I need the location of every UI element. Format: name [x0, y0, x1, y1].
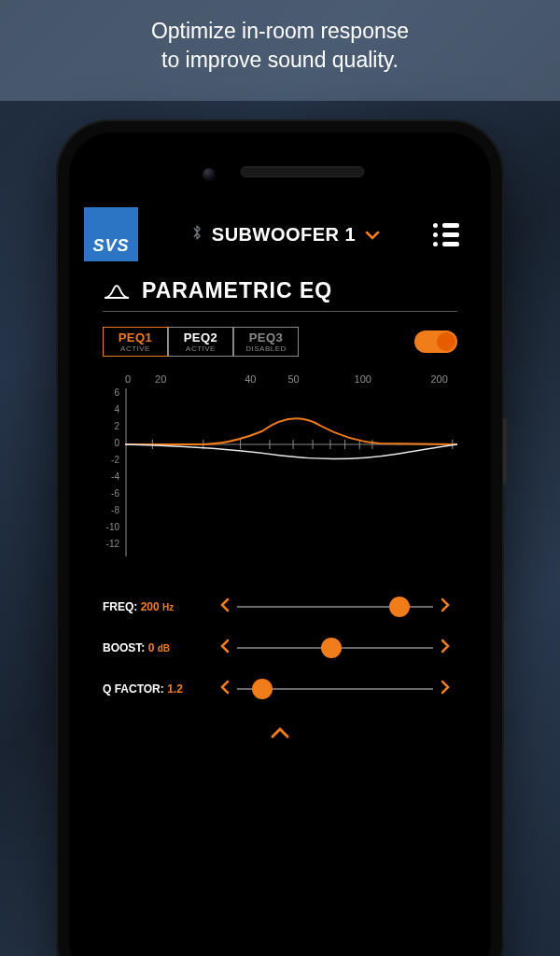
- boost-slider-thumb[interactable]: [321, 638, 342, 658]
- peq-tab-state: DISABLED: [244, 345, 288, 353]
- toggle-knob: [437, 332, 455, 351]
- qfactor-label: Q FACTOR: 1.2: [103, 682, 213, 696]
- peq-tab-3[interactable]: PEQ3 DISABLED: [233, 327, 299, 357]
- chevron-down-icon: [365, 225, 380, 245]
- qfactor-slider[interactable]: [237, 688, 433, 690]
- boost-slider[interactable]: [237, 647, 433, 649]
- x-tick: 20: [155, 373, 245, 385]
- freq-label: FREQ: 200 Hz: [103, 600, 213, 613]
- qfactor-increase-button[interactable]: [433, 680, 457, 698]
- phone-speaker-grille: [241, 166, 364, 177]
- qfactor-label-text: Q FACTOR:: [103, 682, 164, 696]
- x-tick: 0: [125, 373, 155, 385]
- app-screen: SVS SUBWOOFER 1: [84, 207, 476, 956]
- section-title: PARAMETRIC EQ: [142, 278, 332, 303]
- freq-slider-thumb[interactable]: [389, 597, 410, 617]
- menu-icon-row: [433, 242, 459, 246]
- boost-slider-row: BOOST: 0 dB: [103, 639, 457, 657]
- x-tick: 100: [355, 373, 431, 385]
- section-header: PARAMETRIC EQ: [103, 278, 457, 303]
- y-tick: -12: [99, 540, 119, 556]
- boost-decrease-button[interactable]: [213, 639, 237, 657]
- device-mockup: SVS SUBWOOFER 1: [56, 120, 504, 956]
- banner-line1: Optimize in-room response: [151, 19, 409, 43]
- brand-logo[interactable]: SVS: [84, 207, 138, 261]
- phone-power-button: [503, 418, 507, 484]
- peq-tab-2[interactable]: PEQ2 ACTIVE: [168, 327, 233, 357]
- freq-increase-button[interactable]: [433, 598, 457, 616]
- menu-icon-row: [433, 232, 459, 237]
- top-bar: SVS SUBWOOFER 1: [84, 207, 476, 261]
- qfactor-value: 1.2: [167, 682, 183, 696]
- x-tick: 200: [430, 373, 447, 385]
- x-tick: 40: [245, 373, 287, 385]
- freq-decrease-button[interactable]: [213, 598, 237, 616]
- main-content: PARAMETRIC EQ PEQ1 ACTIVE PEQ2 ACTIVE: [84, 261, 476, 745]
- page-root: Optimize in-room response to improve sou…: [0, 0, 560, 956]
- sliders-panel: FREQ: 200 Hz: [103, 598, 457, 698]
- divider: [103, 311, 457, 312]
- peq-tab-state: ACTIVE: [178, 345, 223, 353]
- promo-banner: Optimize in-room response to improve sou…: [0, 0, 560, 101]
- y-tick: -4: [99, 472, 119, 489]
- menu-button[interactable]: [433, 223, 469, 246]
- chart-body: 6 4 2 0 -2 -4 -6 -8 -10 -12: [99, 388, 457, 556]
- boost-increase-button[interactable]: [433, 639, 457, 657]
- boost-label-text: BOOST:: [103, 641, 145, 654]
- chart-plot-area[interactable]: [125, 388, 457, 556]
- device-name: SUBWOOFER 1: [212, 224, 356, 246]
- qfactor-slider-thumb[interactable]: [252, 679, 273, 699]
- phone-body: SVS SUBWOOFER 1: [69, 133, 491, 956]
- y-tick: 2: [99, 422, 119, 439]
- eq-chart: 0 20 40 50 100 200 6 4: [99, 373, 457, 556]
- phone-frame: SVS SUBWOOFER 1: [56, 120, 504, 956]
- banner-text: Optimize in-room response to improve sou…: [0, 17, 560, 75]
- y-tick: 4: [99, 405, 119, 422]
- qfactor-decrease-button[interactable]: [213, 680, 237, 698]
- boost-value: 0: [148, 641, 155, 654]
- y-tick: -8: [99, 506, 119, 523]
- device-selector[interactable]: SUBWOOFER 1: [138, 224, 433, 246]
- freq-unit: Hz: [162, 602, 174, 612]
- peq-tab-name: PEQ3: [244, 331, 288, 344]
- x-tick: 50: [287, 373, 354, 385]
- y-tick: 0: [99, 439, 119, 456]
- peq-tab-name: PEQ2: [178, 331, 223, 344]
- eq-curve-icon: [103, 281, 131, 302]
- peq-tab-name: PEQ1: [113, 331, 158, 344]
- phone-camera: [203, 168, 216, 181]
- freq-slider-row: FREQ: 200 Hz: [103, 598, 457, 616]
- y-tick: -6: [99, 489, 119, 506]
- peq-enable-toggle[interactable]: [414, 330, 457, 353]
- freq-label-text: FREQ:: [103, 600, 137, 613]
- chart-y-labels: 6 4 2 0 -2 -4 -6 -8 -10 -12: [99, 388, 125, 556]
- y-tick: -2: [99, 456, 119, 472]
- chart-x-labels: 0 20 40 50 100 200: [99, 373, 457, 385]
- y-tick: -10: [99, 523, 119, 540]
- boost-label: BOOST: 0 dB: [103, 641, 213, 654]
- chevron-up-icon: [270, 721, 290, 744]
- freq-slider[interactable]: [237, 606, 433, 608]
- peq-tabs-row: PEQ1 ACTIVE PEQ2 ACTIVE PEQ3 DISABLED: [103, 327, 457, 357]
- boost-unit: dB: [158, 643, 170, 654]
- peq-tab-1[interactable]: PEQ1 ACTIVE: [103, 327, 168, 357]
- menu-icon-row: [433, 223, 459, 228]
- expand-panel-button[interactable]: [103, 721, 457, 745]
- banner-line2: to improve sound quality.: [161, 48, 399, 72]
- peq-tab-state: ACTIVE: [113, 345, 158, 353]
- brand-logo-text: SVS: [92, 236, 129, 256]
- y-tick: 6: [99, 388, 119, 405]
- freq-value: 200: [141, 600, 160, 613]
- qfactor-slider-row: Q FACTOR: 1.2: [103, 680, 457, 698]
- bluetooth-icon: [191, 224, 203, 245]
